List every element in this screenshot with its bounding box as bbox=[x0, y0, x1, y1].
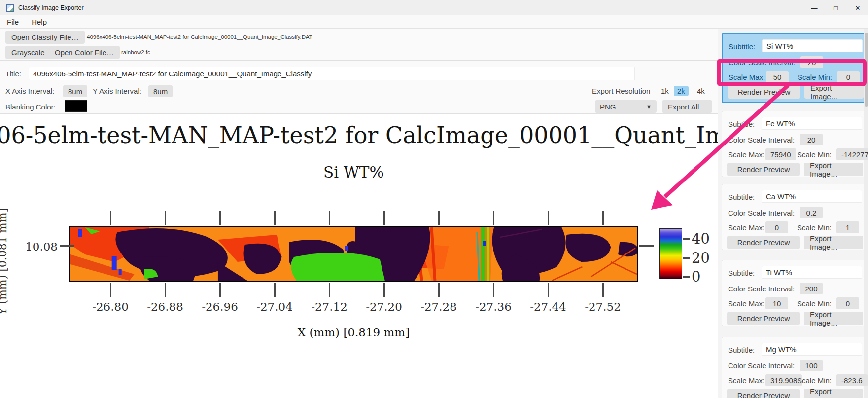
sidebar-scrollbar[interactable] bbox=[864, 29, 868, 398]
resolution-4k[interactable]: 4k bbox=[694, 86, 708, 96]
render-preview-button[interactable]: Render Preview bbox=[728, 85, 800, 99]
scale-max-label: Scale Max: bbox=[728, 150, 764, 159]
subtitle-input[interactable] bbox=[762, 266, 862, 279]
subtitle-label: Subtitle: bbox=[728, 120, 755, 128]
x-tick-label: -26.80 bbox=[83, 300, 138, 313]
open-classify-file-button[interactable]: Open Classify File… bbox=[5, 31, 85, 44]
element-panel-ti[interactable]: Subtitle: Color Scale Interval: 200 Scal… bbox=[722, 260, 865, 326]
scale-min-value[interactable]: -823.6 bbox=[836, 374, 868, 386]
app-icon bbox=[6, 4, 14, 12]
menu-file[interactable]: File bbox=[7, 18, 19, 26]
color-scale-interval-value[interactable]: 20 bbox=[800, 134, 823, 145]
colorbar-tick bbox=[683, 276, 690, 278]
x-axis-interval-value[interactable]: 8um bbox=[63, 85, 87, 97]
figure-canvas: 4096x406-5elm-test-MAN_MAP-test2 for Cal… bbox=[0, 114, 718, 398]
classify-file-name: 4096x406-5elm-test-MAN_MAP-test2 for Cal… bbox=[87, 34, 312, 40]
color-file-name: rainbow2.fc bbox=[121, 49, 150, 55]
scale-max-label: Scale Max: bbox=[728, 299, 764, 308]
maximize-button[interactable]: □ bbox=[825, 0, 847, 15]
scale-max-value[interactable]: 10 bbox=[765, 297, 788, 309]
scale-max-label: Scale Max: bbox=[728, 376, 764, 385]
render-preview-button[interactable]: Render Preview bbox=[727, 389, 800, 398]
menu-bar: File Help bbox=[0, 15, 868, 29]
window-title: Classify Image Exporter bbox=[18, 4, 84, 11]
open-color-file-button[interactable]: Open Color File… bbox=[49, 46, 120, 59]
color-scale-interval-value[interactable]: 0.2 bbox=[800, 207, 823, 218]
colorbar-tick bbox=[683, 238, 690, 240]
title-bar: Classify Image Exporter — □ ✕ bbox=[0, 0, 868, 15]
x-tick-top bbox=[602, 211, 604, 225]
blanking-color-label: Blanking Color: bbox=[5, 103, 56, 111]
export-image-button[interactable]: Export Image… bbox=[804, 312, 863, 325]
element-map-image[interactable] bbox=[69, 226, 638, 282]
element-panel-si[interactable]: Subtitle: Color Scale Interval: 20 Scale… bbox=[722, 33, 865, 103]
scale-min-label: Scale Min: bbox=[798, 73, 832, 81]
color-scale-interval-value[interactable]: 20 bbox=[800, 56, 823, 68]
x-tick-top bbox=[438, 211, 440, 225]
y-axis-interval-value[interactable]: 8um bbox=[148, 85, 173, 97]
y-tick-right bbox=[639, 245, 654, 247]
element-panel-mg[interactable]: Subtitle: Color Scale Interval: 100 Scal… bbox=[722, 337, 865, 398]
x-tick-bottom bbox=[329, 283, 330, 297]
title-input[interactable] bbox=[29, 67, 635, 80]
render-preview-button[interactable]: Render Preview bbox=[727, 236, 800, 249]
scale-min-value[interactable]: 1 bbox=[836, 221, 859, 233]
resolution-2k[interactable]: 2k bbox=[674, 86, 689, 96]
element-panel-ca[interactable]: Subtitle: Color Scale Interval: 0.2 Scal… bbox=[722, 184, 865, 250]
export-image-button[interactable]: Export Image… bbox=[804, 163, 863, 176]
export-all-button[interactable]: Export All… bbox=[662, 100, 712, 113]
subtitle-label: Subtitle: bbox=[728, 269, 755, 277]
menu-help[interactable]: Help bbox=[32, 18, 47, 26]
subtitle-input[interactable] bbox=[762, 343, 862, 356]
x-tick-label: -27.28 bbox=[412, 300, 466, 313]
scale-max-value[interactable]: 50 bbox=[766, 71, 789, 83]
color-scale-interval-value[interactable]: 100 bbox=[800, 360, 823, 371]
title-field-label: Title: bbox=[5, 70, 21, 78]
element-sidebar: Subtitle: Color Scale Interval: 20 Scale… bbox=[718, 29, 868, 398]
x-tick-top bbox=[383, 211, 385, 225]
color-scale-interval-label: Color Scale Interval: bbox=[728, 362, 795, 370]
export-resolution-label: Export Resolution bbox=[592, 87, 650, 95]
export-image-button[interactable]: Export Image… bbox=[804, 389, 863, 398]
format-dropdown[interactable]: PNG ▼ bbox=[595, 100, 657, 113]
x-tick-label: -26.96 bbox=[193, 300, 247, 313]
blanking-color-swatch[interactable] bbox=[65, 100, 87, 112]
export-image-button[interactable]: Export Image… bbox=[804, 85, 864, 99]
color-scale-interval-label: Color Scale Interval: bbox=[728, 209, 795, 217]
render-preview-button[interactable]: Render Preview bbox=[727, 163, 800, 176]
scale-min-value[interactable]: 0 bbox=[836, 297, 859, 309]
export-image-button[interactable]: Export Image… bbox=[804, 236, 863, 249]
subtitle-input[interactable] bbox=[762, 39, 863, 52]
scale-max-value[interactable]: 75940 bbox=[765, 148, 796, 160]
close-button[interactable]: ✕ bbox=[847, 0, 868, 15]
x-tick-label: -27.12 bbox=[302, 300, 356, 313]
colorbar-tick bbox=[683, 257, 690, 259]
render-preview-button[interactable]: Render Preview bbox=[727, 312, 800, 325]
scale-max-value[interactable]: 0 bbox=[765, 221, 788, 233]
x-tick-bottom bbox=[493, 283, 494, 297]
format-value: PNG bbox=[600, 103, 616, 111]
y-axis-title: Y (mm) [0.081 mm] bbox=[0, 187, 9, 335]
subtitle-input[interactable] bbox=[762, 190, 862, 203]
scale-min-value[interactable]: 0 bbox=[837, 71, 860, 83]
resolution-1k[interactable]: 1k bbox=[658, 86, 672, 96]
x-tick-label: -27.04 bbox=[247, 300, 302, 313]
grayscale-button[interactable]: Grayscale bbox=[5, 46, 51, 59]
x-axis-interval-label: X Axis Interval: bbox=[5, 87, 54, 95]
color-scale-interval-label: Color Scale Interval: bbox=[729, 58, 795, 67]
x-tick-bottom bbox=[110, 283, 111, 297]
x-tick-label: -26.88 bbox=[138, 300, 192, 313]
scale-min-label: Scale Min: bbox=[797, 376, 832, 385]
color-scale-interval-value[interactable]: 200 bbox=[800, 283, 823, 294]
x-tick-label: -27.52 bbox=[576, 300, 630, 313]
scale-min-value[interactable]: -142277 bbox=[836, 148, 868, 160]
subtitle-label: Subtitle: bbox=[729, 42, 755, 51]
subtitle-input[interactable] bbox=[762, 117, 862, 130]
element-panel-fe[interactable]: Subtitle: Color Scale Interval: 20 Scale… bbox=[722, 111, 865, 177]
minimize-button[interactable]: — bbox=[803, 0, 825, 15]
x-tick-bottom bbox=[383, 283, 385, 297]
scrollbar-thumb[interactable] bbox=[865, 33, 868, 107]
x-tick-label: -27.20 bbox=[357, 300, 411, 313]
color-scale-interval-label: Color Scale Interval: bbox=[728, 136, 795, 144]
y-tick-label: 10.08 bbox=[18, 240, 58, 253]
